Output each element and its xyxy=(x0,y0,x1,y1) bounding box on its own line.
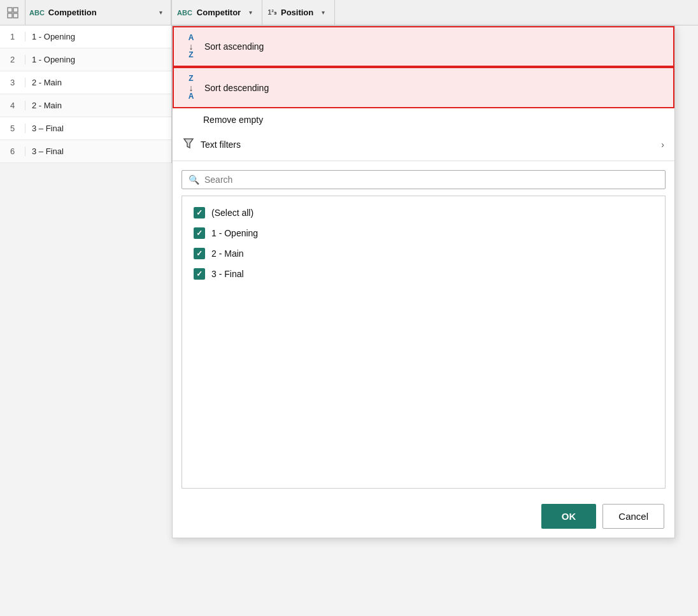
table-header: ABC Competition ▾ xyxy=(0,0,171,25)
search-area: 🔍 xyxy=(173,164,674,196)
dropdown-menu: A ↓ Z Sort ascending Z ↓ A Sort descendi… xyxy=(172,25,675,538)
table-row: 2 1 - Opening xyxy=(0,48,171,71)
row-cell-5: 3 – Final xyxy=(25,124,70,133)
row-cell-1: 1 - Opening xyxy=(25,32,82,41)
table-row: 3 2 - Main xyxy=(0,71,171,94)
checkbox-list: (Select all) 1 - Opening 2 - Main 3 - Fi… xyxy=(182,196,666,489)
competitor-type-icon: ABC xyxy=(177,9,192,17)
row-index-1: 1 xyxy=(0,32,25,41)
svg-rect-3 xyxy=(13,13,18,18)
row-index-2: 2 xyxy=(0,55,25,64)
row-index-4: 4 xyxy=(0,101,25,110)
table-area: ABC Competition ▾ 1 1 - Opening 2 1 - Op… xyxy=(0,0,172,163)
ok-button[interactable]: OK xyxy=(541,504,597,529)
row-index-6: 6 xyxy=(0,147,25,156)
row-cell-3: 2 - Main xyxy=(25,78,68,87)
checkbox-main[interactable] xyxy=(194,248,205,259)
svg-rect-2 xyxy=(8,13,12,18)
row-index-3: 3 xyxy=(0,78,25,87)
table-row: 6 3 – Final xyxy=(0,140,171,163)
table-rows: 1 1 - Opening 2 1 - Opening 3 2 - Main 4… xyxy=(0,25,171,163)
position-dropdown-button[interactable]: ▾ xyxy=(317,6,329,19)
svg-rect-1 xyxy=(13,8,18,12)
filter-item-opening[interactable]: 1 - Opening xyxy=(191,223,656,243)
filter-label-opening: 1 - Opening xyxy=(211,228,258,238)
filter-label-main: 2 - Main xyxy=(211,248,244,259)
filter-label-final: 3 - Final xyxy=(211,269,244,279)
svg-rect-0 xyxy=(8,8,12,12)
checkbox-select-all[interactable] xyxy=(194,207,205,218)
filter-label-select-all: (Select all) xyxy=(211,208,253,218)
competitor-dropdown-button[interactable]: ▾ xyxy=(244,6,257,19)
row-cell-2: 1 - Opening xyxy=(25,55,82,64)
extra-column-headers: ABC Competitor ▾ 1²₃ Position ▾ xyxy=(172,0,698,25)
remove-empty-label: Remove empty xyxy=(203,115,664,125)
footer-buttons: OK Cancel xyxy=(173,495,674,538)
filter-icon xyxy=(183,138,194,152)
search-icon: 🔍 xyxy=(189,175,199,185)
search-input[interactable] xyxy=(204,175,659,185)
search-box: 🔍 xyxy=(182,170,666,189)
text-filters-item[interactable]: Text filters › xyxy=(173,131,674,158)
svg-marker-4 xyxy=(184,139,193,148)
competition-col-header: ABC Competition ▾ xyxy=(25,0,171,25)
table-row: 5 3 – Final xyxy=(0,117,171,140)
table-row: 4 2 - Main xyxy=(0,94,171,117)
text-filters-label: Text filters xyxy=(201,140,655,150)
sort-ascending-icon: A ↓ Z xyxy=(184,34,198,59)
cancel-button[interactable]: Cancel xyxy=(602,504,664,529)
table-row: 1 1 - Opening xyxy=(0,25,171,48)
filter-item-main[interactable]: 2 - Main xyxy=(191,243,656,264)
row-cell-6: 3 – Final xyxy=(25,147,70,156)
filter-item-select-all[interactable]: (Select all) xyxy=(191,203,656,223)
competitor-label: Competitor xyxy=(197,8,241,17)
position-type-icon: 1²₃ xyxy=(267,8,276,17)
competition-dropdown-button[interactable]: ▾ xyxy=(154,6,167,19)
sort-descending-item[interactable]: Z ↓ A Sort descending xyxy=(173,67,674,108)
sort-descending-icon: Z ↓ A xyxy=(184,75,198,100)
grid-icon xyxy=(7,7,18,18)
competition-label: Competition xyxy=(48,8,152,17)
menu-divider xyxy=(173,161,674,161)
competitor-col-header: ABC Competitor ▾ xyxy=(172,0,262,25)
checkbox-final[interactable] xyxy=(194,268,205,280)
sort-descending-label: Sort descending xyxy=(204,83,663,93)
checkbox-opening[interactable] xyxy=(194,227,205,239)
row-index-5: 5 xyxy=(0,124,25,133)
filter-item-final[interactable]: 3 - Final xyxy=(191,264,656,284)
remove-empty-item[interactable]: Remove empty xyxy=(173,108,674,131)
chevron-right-icon: › xyxy=(661,140,664,150)
position-col-header: 1²₃ Position ▾ xyxy=(262,0,335,25)
sort-ascending-label: Sort ascending xyxy=(204,41,663,52)
competition-type-icon: ABC xyxy=(29,9,45,17)
row-index-header xyxy=(0,0,25,25)
sort-ascending-item[interactable]: A ↓ Z Sort ascending xyxy=(173,26,674,67)
position-label: Position xyxy=(281,8,313,17)
row-cell-4: 2 - Main xyxy=(25,101,68,110)
